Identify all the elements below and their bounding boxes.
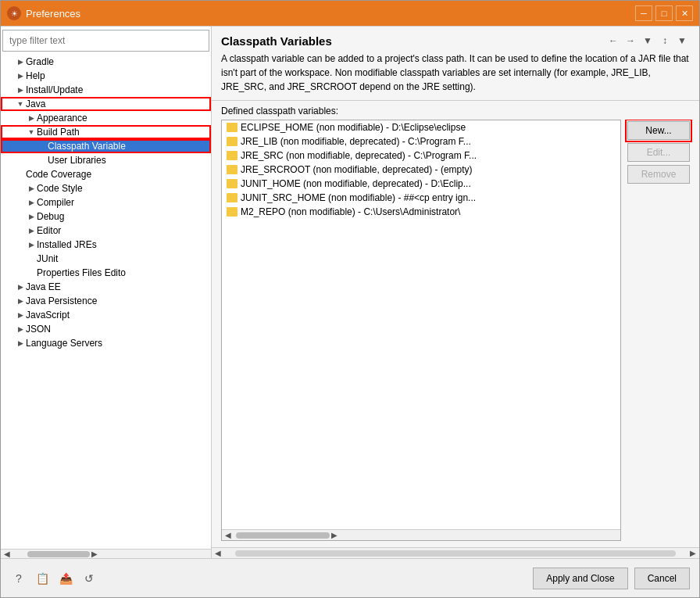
left-hscroll-left-arrow[interactable]: ◀: [2, 550, 12, 558]
folder-icon-junithome: [227, 179, 238, 188]
sidebar-item-editor[interactable]: ▶ Editor: [1, 224, 211, 238]
right-bottom-scroll[interactable]: ◀ ▶: [212, 547, 699, 558]
filter-input[interactable]: [2, 30, 209, 52]
expand-arrow-java: ▼: [15, 98, 26, 109]
sidebar-item-javascript[interactable]: ▶ JavaScript: [1, 308, 211, 322]
sidebar-item-appearance[interactable]: ▶ Appearance: [1, 111, 211, 125]
tree-container: ▶ Gradle ▶ Help ▶ Install/Update: [1, 55, 211, 549]
sidebar-item-build-path[interactable]: ▼ Build Path: [1, 125, 211, 139]
cancel-button[interactable]: Cancel: [634, 568, 690, 589]
classpath-item-junit-src-home[interactable]: JUNIT_SRC_HOME (non modifiable) - ##<cp …: [222, 191, 620, 205]
folder-icon-jresrc: [227, 151, 238, 160]
expand-arrow-javascript: ▶: [15, 310, 26, 320]
classpath-hscroll[interactable]: ◀ ▶: [222, 529, 620, 540]
defined-classpath-label: Defined classpath variables:: [212, 101, 699, 120]
cp-hscroll-thumb[interactable]: [236, 532, 330, 539]
minimize-button[interactable]: ─: [635, 5, 652, 21]
forward-button[interactable]: →: [623, 33, 638, 48]
folder-icon-jrelib: [227, 137, 238, 146]
expand-arrow-appearance: ▶: [26, 113, 37, 124]
sidebar-item-code-coverage[interactable]: Code Coverage: [1, 167, 211, 181]
back-button[interactable]: ←: [605, 33, 621, 48]
expand-arrow-editor: ▶: [26, 225, 37, 236]
description-text: A classpath variable can be added to a p…: [212, 52, 699, 101]
folder-icon-junitsrc: [227, 193, 238, 202]
expand-arrow-install: ▶: [15, 84, 26, 95]
dropdown-button[interactable]: ▼: [640, 33, 655, 48]
expand-arrow-help: ▶: [15, 70, 26, 81]
footer-buttons: Apply and Close Cancel: [533, 568, 690, 589]
footer: ? 📋 📤 ↺ Apply and Close Cancel: [1, 558, 699, 597]
folder-icon-jresrcroot: [227, 165, 238, 174]
sidebar-item-junit[interactable]: JUnit: [1, 252, 211, 266]
classpath-content: ECLIPSE_HOME (non modifiable) - D:\Eclip…: [212, 120, 699, 547]
left-panel-hscroll[interactable]: ◀ ▶: [1, 549, 211, 558]
import-button[interactable]: ↺: [80, 570, 98, 587]
sidebar-item-user-libraries[interactable]: User Libraries: [1, 153, 211, 167]
left-panel: ▶ Gradle ▶ Help ▶ Install/Update: [1, 27, 212, 558]
new-variable-button[interactable]: New...: [627, 121, 690, 140]
classpath-item-m2-repo[interactable]: M2_REPO (non modifiable) - C:\Users\Admi…: [222, 205, 620, 219]
expand-arrow-langservers: ▶: [15, 338, 26, 349]
main-content: ▶ Gradle ▶ Help ▶ Install/Update: [1, 26, 699, 558]
expand-arrow-gradle: ▶: [15, 56, 26, 67]
window-title: Preferences: [26, 8, 635, 20]
expand-arrow-compiler: ▶: [26, 197, 37, 208]
sidebar-item-install-update[interactable]: ▶ Install/Update: [1, 83, 211, 97]
classpath-item-jre-src[interactable]: JRE_SRC (non modifiable, deprecated) - C…: [222, 149, 620, 163]
right-panel-title: Classpath Variables: [221, 34, 332, 48]
classpath-buttons: New... Edit... Remove: [627, 120, 690, 541]
sidebar-item-json[interactable]: ▶ JSON: [1, 322, 211, 336]
sidebar-item-help[interactable]: ▶ Help: [1, 69, 211, 83]
sidebar-item-classpath-variable[interactable]: Classpath Variable: [1, 139, 211, 153]
classpath-item-jre-lib[interactable]: JRE_LIB (non modifiable, deprecated) - C…: [222, 134, 620, 149]
restore-defaults-button[interactable]: 📋: [34, 570, 51, 587]
title-bar: ☀ Preferences ─ □ ✕: [1, 1, 699, 26]
expand-arrow-json: ▶: [15, 324, 26, 335]
right-hscroll-right[interactable]: ▶: [688, 549, 698, 557]
cp-hscroll-left[interactable]: ◀: [223, 531, 233, 539]
cp-hscroll-right[interactable]: ▶: [330, 531, 339, 539]
folder-icon-eclipse: [227, 123, 238, 132]
classpath-list[interactable]: ECLIPSE_HOME (non modifiable) - D:\Eclip…: [222, 120, 620, 529]
expand-arrow-classpath: [37, 141, 48, 152]
folder-icon-m2repo: [227, 207, 238, 217]
expand-arrow-jres: ▶: [26, 239, 37, 250]
classpath-item-jre-srcroot[interactable]: JRE_SRCROOT (non modifiable, deprecated)…: [222, 163, 620, 177]
sidebar-item-code-style[interactable]: ▶ Code Style: [1, 181, 211, 195]
maximize-button[interactable]: □: [655, 5, 673, 21]
sidebar-item-java[interactable]: ▼ Java: [1, 97, 211, 111]
sidebar-item-gradle[interactable]: ▶ Gradle: [1, 55, 211, 69]
export-button[interactable]: 📤: [57, 570, 74, 587]
left-hscroll-thumb[interactable]: [27, 551, 90, 557]
sidebar-item-java-ee[interactable]: ▶ Java EE: [1, 280, 211, 294]
right-panel: Classpath Variables ← → ▼ ↕ ▼ A classpat…: [212, 27, 699, 558]
classpath-list-wrapper: ECLIPSE_HOME (non modifiable) - D:\Eclip…: [221, 120, 621, 541]
expand-button[interactable]: ↕: [657, 33, 673, 48]
expand-arrow-javapersistence: ▶: [15, 295, 26, 306]
expand-arrow-codestyle: ▶: [26, 183, 37, 194]
remove-variable-button[interactable]: Remove: [627, 165, 690, 184]
sidebar-item-java-persistence[interactable]: ▶ Java Persistence: [1, 294, 211, 308]
sidebar-item-installed-jres[interactable]: ▶ Installed JREs: [1, 238, 211, 252]
edit-variable-button[interactable]: Edit...: [627, 143, 690, 162]
right-toolbar: ← → ▼ ↕ ▼: [605, 33, 690, 48]
window-controls: ─ □ ✕: [635, 5, 693, 21]
sidebar-item-language-servers[interactable]: ▶ Language Servers: [1, 336, 211, 350]
right-hscroll-left[interactable]: ◀: [213, 549, 223, 557]
classpath-item-junit-home[interactable]: JUNIT_HOME (non modifiable, deprecated) …: [222, 177, 620, 191]
classpath-item-eclipse-home[interactable]: ECLIPSE_HOME (non modifiable) - D:\Eclip…: [222, 120, 620, 134]
right-hscroll-thumb[interactable]: [235, 550, 676, 557]
apply-close-button[interactable]: Apply and Close: [533, 568, 627, 589]
expand-arrow-debug: ▶: [26, 211, 37, 222]
close-button[interactable]: ✕: [676, 5, 693, 21]
help-icon-button[interactable]: ?: [10, 570, 27, 587]
sidebar-item-compiler[interactable]: ▶ Compiler: [1, 195, 211, 209]
expand-arrow-javaee: ▶: [15, 281, 26, 292]
left-hscroll-right-arrow[interactable]: ▶: [90, 550, 99, 558]
more-button[interactable]: ▼: [674, 33, 690, 48]
app-icon: ☀: [7, 6, 21, 20]
sidebar-item-debug[interactable]: ▶ Debug: [1, 209, 211, 224]
sidebar-item-properties-files[interactable]: Properties Files Edito: [1, 266, 211, 280]
preferences-window: ☀ Preferences ─ □ ✕ ▶ Gradle ▶: [0, 0, 700, 598]
